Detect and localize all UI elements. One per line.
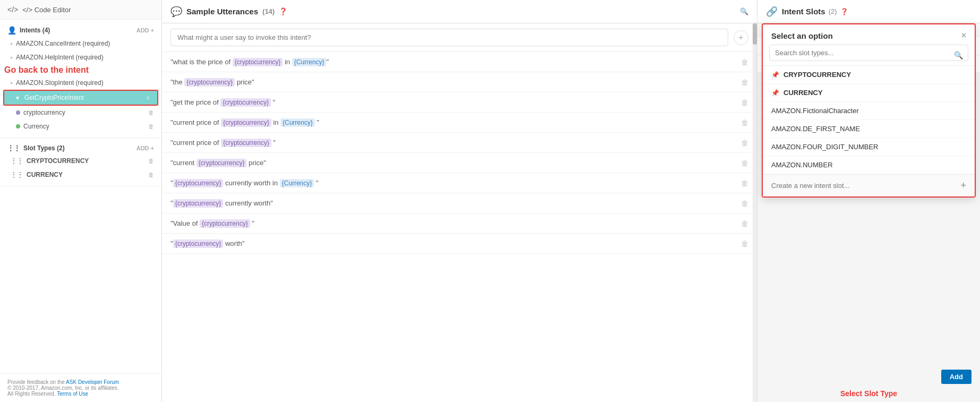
getcrypto-arrow: ▼ (15, 95, 20, 101)
sidebar-item-stop[interactable]: ▪ AMAZON.StopIntent (required) (0, 76, 161, 90)
utterances-header: 💬 Sample Utterances (14) ❓ 🔍 (162, 0, 757, 23)
slot-currency-trash[interactable]: 🗑 (148, 172, 154, 178)
utterance-delete-icon[interactable]: 🗑 (741, 159, 748, 167)
utterance-plain-text: currently worth" (223, 199, 272, 207)
utterance-plain-text: "current price of (171, 139, 221, 147)
utterance-delete-icon[interactable]: 🗑 (741, 139, 748, 147)
utterance-text: "get the price of {cryptocurrency} " (171, 98, 736, 106)
add-slot-button[interactable]: Add (941, 370, 972, 384)
select-option-header: Select an option × (763, 24, 975, 45)
intent-slots-panel: 🔗 Intent Slots (2) ❓ ORDER REQ SLOT ⋮⋮ 1… (757, 0, 980, 402)
utterance-delete-icon[interactable]: 🗑 (741, 240, 748, 248)
utterance-add-button[interactable]: + (734, 30, 748, 45)
stop-item-label: AMAZON.StopIntent (required) (16, 79, 104, 87)
utterances-search-button[interactable]: 🔍 (740, 7, 748, 15)
utterance-delete-icon[interactable]: 🗑 (741, 78, 748, 87)
select-option-panel: Select an option × 🔍 📌CRYPTOCURRENCY📌CUR… (763, 24, 975, 196)
utterance-input[interactable] (171, 29, 728, 46)
slot-option-item[interactable]: 📌CRYPTOCURRENCY (763, 66, 975, 84)
slot-tag-purple[interactable]: {cryptocurrency} (197, 159, 247, 167)
slot-tag-purple[interactable]: {cryptocurrency} (221, 139, 271, 147)
utterance-row: "what is the price of {cryptocurrency} i… (162, 52, 757, 72)
create-new-slot-input[interactable] (771, 182, 960, 190)
intents-section: 👤 Intents (4) ADD + ▪ AMAZON.CancelInten… (0, 20, 161, 138)
select-option-close[interactable]: × (961, 31, 966, 40)
utterance-delete-icon[interactable]: 🗑 (741, 98, 748, 107)
slot-type-dropdown: Select an option × 🔍 📌CRYPTOCURRENCY📌CUR… (762, 23, 976, 198)
create-new-slot-row[interactable]: + (763, 174, 975, 196)
slot-tag-blue[interactable]: {Currency} (292, 58, 327, 66)
utterance-delete-icon[interactable]: 🗑 (741, 199, 748, 208)
utterance-delete-icon[interactable]: 🗑 (741, 179, 748, 187)
utterances-count: (14) (262, 7, 275, 15)
intent-slots-icon: 🔗 (766, 6, 778, 18)
slot-option-item[interactable]: 📌CURRENCY (763, 84, 975, 102)
intent-slots-title: Intent Slots (2) ❓ (782, 7, 848, 16)
main-content: 💬 Sample Utterances (14) ❓ 🔍 + "what is … (162, 0, 757, 402)
sidebar-item-getcrypto[interactable]: ▼ GetCryptoPriceIntent ≡ (4, 91, 157, 105)
pin-icon: 📌 (771, 89, 779, 97)
sidebar-subitem-cryptocurrency[interactable]: cryptocurrency 🗑 (5, 106, 161, 119)
forum-link[interactable]: ASK Developer Forum (66, 379, 119, 385)
utterance-delete-icon[interactable]: 🗑 (741, 219, 748, 228)
slot-types-label: Slot Types (2) (23, 144, 65, 152)
slot-option-item[interactable]: AMAZON.FictionalCharacter (763, 102, 975, 120)
slot-currency-label: CURRENCY (27, 171, 63, 178)
slot-tag-purple[interactable]: {cryptocurrency} (184, 78, 235, 87)
search-slot-input[interactable] (769, 45, 968, 61)
utterance-text: "the {cryptocurrency} price" (171, 78, 736, 86)
code-editor-header[interactable]: </> </> Code Editor (0, 0, 161, 20)
utterance-text: "Value of {cryptocurrency} " (171, 219, 736, 227)
slot-currency-icon: ⋮⋮ (11, 171, 23, 178)
create-plus-icon: + (960, 180, 966, 191)
slot-tag-blue[interactable]: {Currency} (280, 179, 314, 187)
terms-link[interactable]: Terms of Use (57, 391, 88, 397)
getcrypto-options-icon: ≡ (147, 95, 150, 101)
slot-types-icon: ⋮⋮ (7, 144, 20, 152)
pin-icon: 📌 (771, 71, 779, 79)
sidebar-item-cancel[interactable]: ▪ AMAZON.CancelIntent (required) (0, 37, 161, 50)
slot-types-add-button[interactable]: ADD + (137, 145, 154, 151)
feedback-text: Provide feedback on the (7, 379, 65, 385)
intent-slots-help: ❓ (840, 8, 848, 15)
help-item-icon: ▪ (11, 54, 13, 61)
slot-tag-purple[interactable]: {cryptocurrency} (233, 58, 283, 66)
utterance-row: "{cryptocurrency} worth"🗑 (162, 234, 757, 254)
slot-tag-purple[interactable]: {cryptocurrency} (173, 199, 224, 208)
help-item-label: AMAZON.HelpIntent (required) (16, 54, 104, 61)
slot-tag-blue[interactable]: {Currency} (280, 118, 315, 127)
utterance-text: "current price of {cryptocurrency} " (171, 139, 736, 147)
intents-title: 👤 Intents (4) (7, 26, 50, 35)
sidebar-slot-cryptocurrency[interactable]: ⋮⋮ CRYPTOCURRENCY 🗑 (0, 154, 161, 168)
slot-tag-purple[interactable]: {cryptocurrency} (221, 118, 271, 127)
slot-tag-purple[interactable]: {cryptocurrency} (200, 219, 250, 228)
utterance-delete-icon[interactable]: 🗑 (741, 118, 748, 127)
sidebar-subitem-currency[interactable]: Currency 🗑 (5, 119, 161, 133)
slot-options-list: 📌CRYPTOCURRENCY📌CURRENCYAMAZON.Fictional… (763, 65, 975, 174)
utterances-help-icon: ❓ (279, 7, 287, 15)
stop-item-icon: ▪ (11, 80, 13, 86)
crypto-trash-icon[interactable]: 🗑 (148, 109, 154, 116)
sidebar-item-help[interactable]: ▪ AMAZON.HelpIntent (required) (0, 50, 161, 64)
main-scroll-bar[interactable] (753, 23, 757, 402)
utterances-icon: 💬 (171, 6, 182, 18)
currency-trash-icon[interactable]: 🗑 (148, 123, 154, 130)
utterances-container: + "what is the price of {cryptocurrency}… (162, 23, 757, 402)
sidebar-slot-currency[interactable]: ⋮⋮ CURRENCY 🗑 (0, 168, 161, 182)
slot-tag-purple[interactable]: {cryptocurrency} (173, 179, 224, 187)
slot-tag-purple[interactable]: {cryptocurrency} (220, 98, 271, 107)
intents-add-button[interactable]: ADD + (137, 27, 154, 33)
slot-option-item[interactable]: AMAZON.NUMBER (763, 156, 975, 174)
utterance-delete-icon[interactable]: 🗑 (741, 58, 748, 66)
utterance-text: "{cryptocurrency} currently worth in {Cu… (171, 179, 736, 187)
slot-tag-purple[interactable]: {cryptocurrency} (173, 240, 224, 248)
slot-option-item[interactable]: AMAZON.DE_FIRST_NAME (763, 120, 975, 138)
utterance-text: "current {cryptocurrency} price" (171, 159, 736, 167)
intent-slots-count: (2) (829, 7, 837, 15)
intents-label: Intents (4) (20, 27, 50, 34)
select-slot-type-label: Select Slot Type (757, 386, 980, 398)
slot-crypto-trash[interactable]: 🗑 (148, 158, 154, 164)
slot-option-item[interactable]: AMAZON.FOUR_DIGIT_NUMBER (763, 138, 975, 156)
utterance-row: "get the price of {cryptocurrency} "🗑 (162, 92, 757, 113)
utterance-row: "{cryptocurrency} currently worth in {Cu… (162, 173, 757, 193)
